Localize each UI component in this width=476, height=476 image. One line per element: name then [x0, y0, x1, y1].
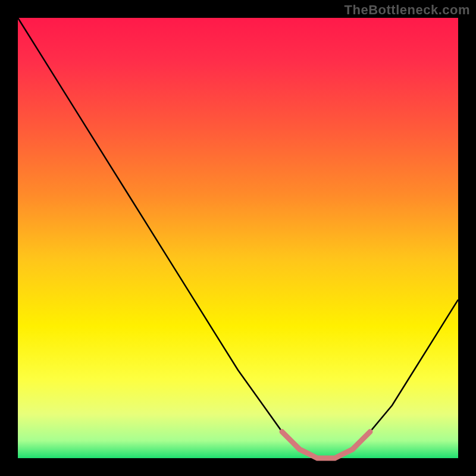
plot-background	[18, 18, 458, 458]
chart-container: TheBottleneck.com	[0, 0, 476, 476]
bottleneck-chart	[0, 0, 476, 476]
watermark-label: TheBottleneck.com	[345, 2, 470, 18]
